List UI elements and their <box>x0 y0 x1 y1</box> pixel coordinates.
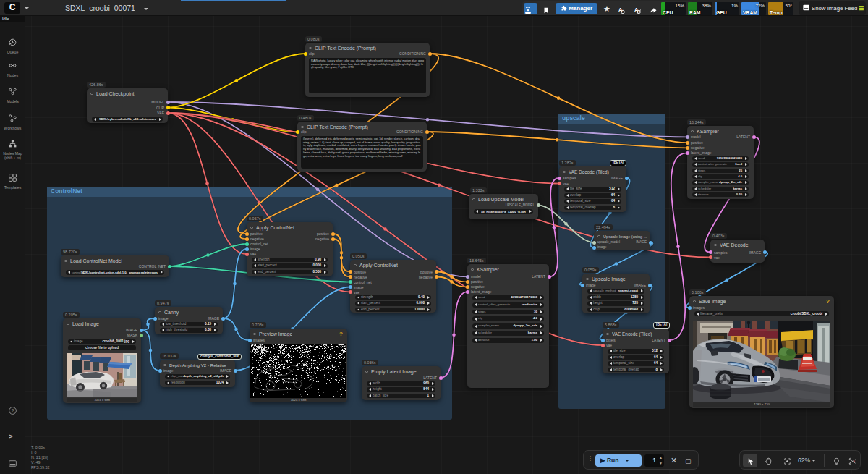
svg-text:?: ? <box>12 408 14 413</box>
svg-text:A: A <box>618 7 623 13</box>
svg-text:A: A <box>634 7 639 13</box>
